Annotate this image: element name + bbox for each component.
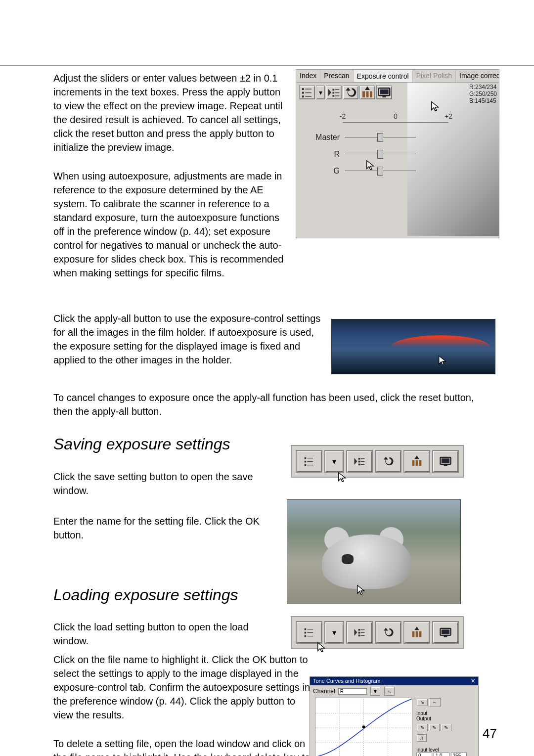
tab-index[interactable]: Index xyxy=(296,70,320,82)
dropdown-arrow-icon[interactable]: ▾ xyxy=(316,86,325,99)
svg-rect-52 xyxy=(360,635,364,636)
tab-pixel-polish[interactable]: Pixel Polish xyxy=(413,70,456,82)
svg-rect-7 xyxy=(333,89,335,91)
list-icon xyxy=(300,85,314,100)
save-setting-button[interactable] xyxy=(346,450,373,473)
input-level-gamma[interactable]: 1.0 xyxy=(434,753,449,756)
svg-rect-14 xyxy=(362,91,365,98)
monitor-icon xyxy=(439,625,452,639)
paragraph-2a: When using autoexposure, adjustments are… xyxy=(53,169,285,280)
svg-rect-56 xyxy=(419,631,422,637)
axis-zero: 0 xyxy=(394,112,398,120)
svg-rect-20 xyxy=(305,457,307,459)
load-p1: Click the load setting button to open th… xyxy=(53,620,281,648)
reset-button[interactable] xyxy=(343,86,358,99)
koala-body xyxy=(322,534,411,589)
tone-curves-panel: Tone Curves and Histogram ✕ Channel R ▾ … xyxy=(310,676,479,756)
undo-icon xyxy=(343,85,358,100)
svg-rect-21 xyxy=(308,458,313,458)
koala-nose xyxy=(342,554,354,564)
tab-image-correction[interactable]: Image correction xyxy=(456,70,499,82)
panel-tabs: Index Prescan Exposure control Pixel Pol… xyxy=(296,70,499,83)
svg-rect-11 xyxy=(333,95,335,97)
tone-curves-title: Tone Curves and Histogram xyxy=(313,678,380,684)
svg-rect-31 xyxy=(358,464,360,466)
monitor-icon xyxy=(439,454,452,468)
tone-curves-titlebar: Tone Curves and Histogram ✕ xyxy=(310,677,478,685)
apply-all-button[interactable] xyxy=(403,621,430,644)
rgb-readout: R:234/234 G:250/250 B:145/145 xyxy=(469,84,497,104)
undo-icon xyxy=(381,625,395,639)
channel-dropdown-icon[interactable]: ▾ xyxy=(370,687,380,696)
tab-prescan[interactable]: Prescan xyxy=(320,70,353,82)
load-setting-button[interactable] xyxy=(296,450,322,473)
list-icon xyxy=(302,625,316,639)
freehand-curve-button[interactable]: ∿ xyxy=(417,699,428,706)
slider-master[interactable] xyxy=(345,133,416,142)
histogram-rgb-button[interactable]: ⎍ xyxy=(417,734,427,742)
list-play-icon xyxy=(353,454,366,468)
apply-button[interactable] xyxy=(432,621,459,644)
black-point-button[interactable]: ✎ xyxy=(417,724,428,731)
toolbar-strip-load: ▾ xyxy=(291,616,464,649)
gray-point-button[interactable]: ✎ xyxy=(429,724,440,731)
svg-rect-45 xyxy=(308,636,313,636)
toolbar-strip-save: ▾ xyxy=(291,445,464,478)
reset-button[interactable] xyxy=(375,450,401,473)
svg-rect-29 xyxy=(358,461,360,463)
apply-all-button[interactable] xyxy=(403,450,430,473)
tab-exposure-control[interactable]: Exposure control xyxy=(354,70,413,82)
auto-button[interactable]: ⎁ xyxy=(384,687,395,696)
bridge-shape xyxy=(391,335,490,348)
slider-r[interactable] xyxy=(345,150,416,159)
svg-rect-44 xyxy=(305,635,307,637)
input-level-label: Input level xyxy=(416,747,475,753)
dropdown-arrow-icon[interactable]: ▾ xyxy=(324,621,344,644)
apply-button[interactable] xyxy=(376,86,392,99)
svg-point-66 xyxy=(362,725,365,728)
svg-rect-58 xyxy=(442,629,449,634)
svg-rect-48 xyxy=(360,629,364,630)
apply-button[interactable] xyxy=(432,450,459,473)
tone-curve-graph[interactable] xyxy=(315,698,412,756)
channel-select[interactable]: R xyxy=(338,688,367,695)
load-setting-button[interactable] xyxy=(296,621,322,644)
svg-rect-15 xyxy=(366,91,369,98)
smooth-curve-button[interactable]: ～ xyxy=(429,698,441,707)
input-level-high[interactable]: 255 xyxy=(451,753,467,756)
svg-marker-33 xyxy=(414,455,419,459)
apply-all-button[interactable] xyxy=(359,86,375,99)
input-level-low[interactable]: 0 xyxy=(416,753,432,756)
svg-rect-43 xyxy=(308,632,313,633)
svg-rect-10 xyxy=(335,92,340,93)
save-setting-button[interactable] xyxy=(326,86,342,99)
svg-rect-50 xyxy=(360,632,364,633)
apply-all-icon xyxy=(410,454,424,468)
svg-rect-16 xyxy=(370,91,372,98)
white-point-button[interactable]: ✎ xyxy=(441,724,451,731)
channel-label: Channel xyxy=(313,688,335,695)
svg-rect-32 xyxy=(360,464,364,465)
rgb-b: B:145/145 xyxy=(469,97,497,104)
paragraph-1: Adjust the sliders or enter values betwe… xyxy=(53,71,285,154)
svg-rect-55 xyxy=(416,631,418,637)
rgb-r: R:234/234 xyxy=(469,84,497,90)
svg-rect-34 xyxy=(412,460,415,466)
monitor-icon xyxy=(377,85,392,100)
page-number: 47 xyxy=(483,726,497,741)
dropdown-arrow-icon[interactable]: ▾ xyxy=(324,450,344,473)
slider-g-label: G xyxy=(305,167,345,176)
load-setting-button[interactable] xyxy=(299,86,315,99)
axis-minus2: -2 xyxy=(340,112,346,120)
reset-button[interactable] xyxy=(375,621,401,644)
save-p1: Click the save setting button to open th… xyxy=(53,470,281,497)
svg-rect-2 xyxy=(302,92,304,94)
close-icon[interactable]: ✕ xyxy=(471,678,475,684)
paragraph-4: To cancel changes to exposure once the a… xyxy=(53,391,493,418)
list-icon xyxy=(302,454,316,468)
slider-g[interactable] xyxy=(345,167,416,176)
save-setting-button[interactable] xyxy=(346,621,373,644)
paragraph-2-text: When using autoexposure, adjustments are… xyxy=(53,171,283,278)
svg-marker-13 xyxy=(365,87,370,90)
svg-rect-25 xyxy=(308,465,313,465)
